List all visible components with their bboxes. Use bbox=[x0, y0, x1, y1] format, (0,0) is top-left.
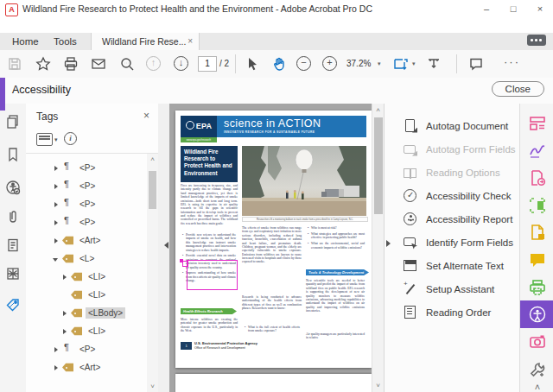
collapse-left-icon[interactable] bbox=[161, 242, 168, 249]
accessibility-tool-item[interactable]: Accessibility Check bbox=[385, 184, 520, 207]
tags-icon[interactable] bbox=[5, 297, 21, 313]
tag-label[interactable]: <P> bbox=[77, 344, 98, 355]
scrollbar-thumb[interactable] bbox=[374, 117, 383, 214]
tag-tree-item[interactable]: <P> bbox=[26, 195, 147, 213]
minimize-button[interactable]: – bbox=[474, 0, 499, 19]
tag-tree-item[interactable]: <LI> bbox=[26, 286, 147, 304]
tree-chevron-icon[interactable] bbox=[52, 182, 60, 191]
tag-label[interactable]: <LBody> bbox=[86, 307, 125, 319]
tree-chevron-icon[interactable] bbox=[52, 345, 60, 354]
tag-label[interactable]: <L> bbox=[77, 253, 97, 264]
select-cursor-icon[interactable] bbox=[245, 56, 260, 72]
tab-tools[interactable]: Tools bbox=[41, 33, 89, 50]
tree-chevron-icon[interactable] bbox=[52, 255, 60, 263]
tree-chevron-icon[interactable] bbox=[60, 291, 69, 300]
tags-panel-collapse-gutter[interactable] bbox=[158, 104, 170, 392]
zoom-out-icon[interactable]: − bbox=[296, 56, 311, 71]
zoom-level-value[interactable]: 37.2% bbox=[346, 59, 371, 68]
close-tool-button[interactable]: Close bbox=[492, 81, 544, 97]
close-window-button[interactable]: × bbox=[527, 0, 553, 19]
fill-and-sign-icon[interactable] bbox=[529, 142, 546, 159]
page-number-input[interactable]: 1 bbox=[198, 56, 217, 72]
search-icon[interactable] bbox=[119, 56, 135, 72]
hand-tool-icon[interactable] bbox=[271, 56, 287, 72]
scroll-down-icon[interactable]: ˅ bbox=[372, 382, 384, 389]
accessibility-tool-item[interactable]: Reading Options bbox=[385, 161, 520, 184]
bookmarks-icon[interactable] bbox=[5, 147, 21, 162]
page-down-icon[interactable]: ↓ bbox=[174, 56, 188, 71]
tree-chevron-icon[interactable] bbox=[52, 200, 60, 209]
tag-label[interactable]: <Art> bbox=[77, 362, 103, 373]
tag-tree-item[interactable]: <P> bbox=[26, 159, 147, 177]
tab-document[interactable]: Wildland Fire Rese... × bbox=[91, 33, 200, 50]
tree-chevron-icon[interactable] bbox=[60, 273, 69, 281]
tag-label[interactable]: <LI> bbox=[86, 326, 108, 337]
accessibility-tool-item[interactable]: Reading Order bbox=[385, 300, 520, 324]
add-tools-icon[interactable] bbox=[529, 361, 546, 378]
more-tools-icon[interactable]: ··· bbox=[504, 56, 519, 72]
tag-tree-item[interactable]: <L> bbox=[26, 250, 147, 268]
page-scroll-icon[interactable] bbox=[426, 56, 442, 72]
tag-label[interactable]: <Art> bbox=[77, 235, 103, 246]
collapse-rail-icon[interactable]: ˄ bbox=[529, 382, 546, 392]
tag-options-icon[interactable] bbox=[36, 133, 53, 146]
fit-dropdown-caret-icon[interactable]: ▾ bbox=[412, 60, 416, 67]
accessibility-tool-item[interactable]: Autotag Form Fields bbox=[385, 137, 520, 161]
tag-tree-item[interactable]: <LBody> bbox=[26, 304, 147, 322]
tag-label[interactable]: <LI> bbox=[86, 289, 108, 300]
tag-tree-item[interactable]: <LI> bbox=[26, 268, 147, 286]
pdf-page-2[interactable] bbox=[175, 374, 372, 392]
tag-tree-item[interactable]: <Art> bbox=[26, 231, 147, 250]
fit-width-icon[interactable] bbox=[393, 56, 409, 72]
document-canvas[interactable]: EPA science in ACTION INNOVATIVE RESEARC… bbox=[169, 104, 372, 392]
tree-chevron-icon[interactable] bbox=[52, 218, 60, 227]
tree-chevron-icon[interactable] bbox=[52, 237, 60, 245]
tag-tree-item[interactable]: <P> bbox=[26, 340, 147, 358]
organize-pages-icon[interactable] bbox=[529, 115, 546, 132]
accessibility-tool-item[interactable]: Autotag Document bbox=[385, 114, 520, 137]
tag-tree-item[interactable]: <Art> bbox=[26, 358, 147, 376]
tree-chevron-icon[interactable] bbox=[52, 364, 60, 372]
scroll-up-icon[interactable]: ˄ bbox=[147, 155, 158, 163]
tags-scrollbar[interactable]: ˄ ˅ bbox=[147, 154, 158, 392]
comment-icon[interactable] bbox=[529, 251, 546, 269]
accessibility-person-icon[interactable] bbox=[5, 180, 21, 195]
scan-ocr-icon[interactable] bbox=[529, 333, 546, 351]
comment-bubble-icon[interactable] bbox=[468, 56, 484, 72]
accessibility-tool-item[interactable]: Setup Assistant bbox=[385, 277, 520, 300]
print-production-icon[interactable] bbox=[529, 279, 546, 296]
tag-label[interactable]: <P> bbox=[77, 217, 98, 228]
document-scrollbar[interactable]: ˄ ˅ bbox=[372, 104, 385, 392]
tags-panel-close-icon[interactable]: × bbox=[143, 110, 149, 122]
pdf-page-1[interactable]: EPA science in ACTION INNOVATIVE RESEARC… bbox=[175, 111, 372, 368]
close-tab-icon[interactable]: × bbox=[188, 33, 193, 50]
accessibility-tool-icon[interactable] bbox=[529, 306, 546, 323]
tree-chevron-icon[interactable] bbox=[52, 164, 60, 173]
maximize-button[interactable]: □ bbox=[500, 0, 526, 19]
enhance-scans-icon[interactable] bbox=[529, 197, 546, 214]
print-icon[interactable] bbox=[63, 56, 79, 72]
tag-options-caret-icon[interactable]: ▾ bbox=[54, 136, 58, 143]
star-icon[interactable] bbox=[35, 56, 51, 72]
create-pdf-icon[interactable] bbox=[529, 224, 546, 241]
tag-tree-item[interactable]: <LI> bbox=[26, 322, 147, 340]
scroll-up-icon[interactable]: ˄ bbox=[372, 106, 384, 114]
tree-chevron-icon[interactable] bbox=[60, 327, 69, 336]
accessibility-tool-item[interactable]: Accessibility Report bbox=[385, 207, 520, 231]
scrollbar-thumb[interactable] bbox=[149, 171, 156, 209]
content-icon[interactable] bbox=[5, 237, 21, 253]
page-thumbnails-icon[interactable] bbox=[5, 114, 21, 130]
accessibility-tool-item[interactable]: Identify Form Fields bbox=[385, 231, 520, 254]
zoom-in-icon[interactable]: + bbox=[322, 56, 337, 71]
tree-chevron-icon[interactable] bbox=[60, 309, 69, 318]
save-icon[interactable] bbox=[7, 56, 22, 72]
zoom-dropdown-caret-icon[interactable]: ▾ bbox=[378, 60, 381, 67]
email-icon[interactable] bbox=[91, 56, 106, 72]
tag-tree-item[interactable]: <P> bbox=[26, 213, 147, 231]
tag-tree-item[interactable]: <P> bbox=[26, 177, 147, 195]
comments-notification-icon[interactable] bbox=[527, 35, 546, 46]
tag-label[interactable]: <P> bbox=[77, 180, 98, 192]
tag-label[interactable]: <LI> bbox=[86, 271, 108, 282]
scroll-down-icon[interactable]: ˅ bbox=[147, 383, 158, 390]
tag-label[interactable]: <P> bbox=[77, 162, 98, 174]
